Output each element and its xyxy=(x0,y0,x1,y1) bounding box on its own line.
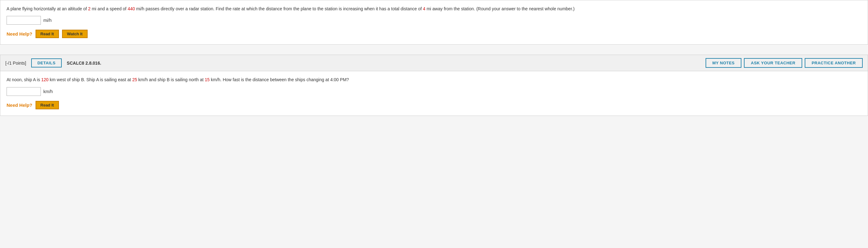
problem1-altitude: 2 xyxy=(88,6,91,11)
problem2-need-help-row: Need Help? Read It xyxy=(6,101,862,109)
spacer xyxy=(0,45,868,55)
problem2-answer-row: km/h xyxy=(6,87,862,96)
problem2-points: [-/1 Points] xyxy=(5,61,26,65)
problem2-content: At noon, ship A is 120 km west of ship B… xyxy=(0,71,868,116)
problem1-speed: 440 xyxy=(127,6,135,11)
problem2-my-notes-button[interactable]: MY NOTES xyxy=(706,58,742,68)
problem1-answer-row: mi/h xyxy=(6,16,862,25)
problem2-practice-another-button[interactable]: PRACTICE ANOTHER xyxy=(805,58,863,68)
problem2-distance-km: 120 xyxy=(41,77,48,82)
problem1-unit: mi/h xyxy=(43,18,52,23)
problem2-read-it-button[interactable]: Read It xyxy=(35,101,59,109)
problem2-unit: km/h xyxy=(43,89,53,94)
problem1-answer-input[interactable] xyxy=(6,16,41,25)
problem2-header-buttons: MY NOTES ASK YOUR TEACHER PRACTICE ANOTH… xyxy=(706,58,863,68)
problem1-distance: 4 xyxy=(423,6,425,11)
problem2-header: [-/1 Points] DETAILS SCALC8 2.8.016. MY … xyxy=(0,55,868,71)
problem1-need-help-label: Need Help? xyxy=(6,31,32,36)
problem2-header-left: [-/1 Points] DETAILS SCALC8 2.8.016. xyxy=(5,58,101,67)
problem2-speed-a: 25 xyxy=(132,77,137,82)
problem2-speed-b: 15 xyxy=(205,77,210,82)
problem1-block: A plane flying horizontally at an altitu… xyxy=(0,0,868,45)
problem2-wrapper: [-/1 Points] DETAILS SCALC8 2.8.016. MY … xyxy=(0,55,868,116)
problem2-text: At noon, ship A is 120 km west of ship B… xyxy=(6,76,862,83)
problem2-answer-input[interactable] xyxy=(6,87,41,96)
problem1-read-it-button[interactable]: Read It xyxy=(35,30,59,38)
problem2-details-button[interactable]: DETAILS xyxy=(31,58,62,67)
problem2-need-help-label: Need Help? xyxy=(6,103,32,108)
problem1-need-help-row: Need Help? Read It Watch It xyxy=(6,30,862,38)
problem2-ask-teacher-button[interactable]: ASK YOUR TEACHER xyxy=(744,58,802,68)
problem2-code: SCALC8 2.8.016. xyxy=(67,61,101,65)
problem1-watch-it-button[interactable]: Watch It xyxy=(62,30,88,38)
problem1-text: A plane flying horizontally at an altitu… xyxy=(6,5,862,12)
